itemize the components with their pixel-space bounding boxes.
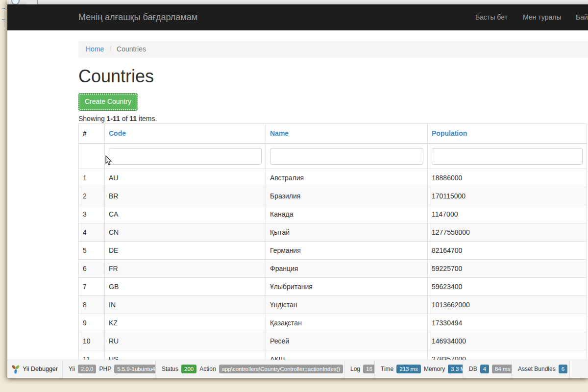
row-index-cell: 3	[79, 205, 105, 223]
summary-suffix: items.	[137, 115, 157, 122]
row-population-cell: 17330494	[428, 314, 587, 332]
breadcrumb-home-link[interactable]: Home	[86, 45, 104, 53]
row-population-cell: 59225700	[428, 259, 587, 277]
action-label: Action	[199, 366, 216, 372]
assets-count-badge: 6	[559, 365, 567, 373]
nav-item-contact[interactable]: Байланыс	[576, 4, 588, 30]
summary-prefix: Showing	[78, 115, 107, 122]
debug-config-section[interactable]: Yii 2.0.0 PHP 5.5.9-1ubuntu4.5	[63, 360, 156, 378]
row-name-cell: Үндістан	[266, 295, 428, 314]
nav-item-about[interactable]: Мен туралы	[523, 4, 561, 30]
status-label: Status	[162, 366, 178, 372]
navbar: Менің алғашқы бағдарламам Басты бет Мен …	[7, 4, 588, 30]
row-name-cell: Қытай	[266, 223, 428, 241]
name-filter-input[interactable]	[270, 148, 423, 165]
php-version-badge: 5.5.9-1ubuntu4.5	[114, 365, 156, 373]
create-country-button[interactable]: Create Country	[78, 94, 138, 110]
time-label: Time	[381, 366, 393, 372]
status-badge: 200	[181, 365, 196, 373]
nav-item-home[interactable]: Басты бет	[475, 4, 508, 30]
row-index-cell: 5	[79, 241, 105, 259]
row-index-cell: 2	[79, 187, 105, 205]
memory-label: Memory	[424, 366, 445, 372]
db-count-badge: 4	[480, 365, 489, 373]
row-index-cell: 4	[79, 223, 105, 241]
db-label: DB	[469, 366, 477, 372]
assets-label: Asset Bundles	[518, 366, 556, 372]
debug-empty-section	[570, 360, 588, 378]
breadcrumb: Home / Countries	[78, 41, 588, 58]
screen: ~ ~ Менің алғашқы бағдарламам Басты бет …	[0, 0, 588, 392]
page-title: Countries	[78, 67, 154, 86]
grid-header-row: # Code Name Population	[79, 124, 587, 144]
row-code-cell: AU	[105, 169, 266, 187]
action-badge: app\controllers\CountryController::actio…	[219, 365, 343, 373]
grid-summary: Showing 1-11 of 11 items.	[78, 115, 157, 122]
row-index-cell: 10	[79, 332, 105, 350]
row-code-cell: GB	[105, 277, 266, 295]
debug-request-section[interactable]: Status 200 Action app\controllers\Countr…	[156, 360, 344, 378]
row-code-cell: CA	[105, 205, 266, 223]
memory-badge: 3.3 MB	[448, 365, 463, 373]
time-badge: 213 ms	[396, 365, 421, 373]
row-population-cell: 59623400	[428, 277, 587, 295]
row-code-cell: CN	[105, 223, 266, 241]
table-row[interactable]: 10 RU Ресей 146934000	[79, 332, 587, 350]
row-code-cell: FR	[105, 259, 266, 277]
debug-log-section[interactable]: Log 16	[344, 360, 375, 378]
browser-tab-fragment[interactable]	[26, 0, 38, 4]
row-name-cell: Франция	[266, 259, 428, 277]
browser-chrome-bar	[7, 0, 588, 4]
debug-db-section[interactable]: DB 4 84 ms	[463, 360, 512, 378]
debug-home-section[interactable]: Yii Debugger	[7, 360, 63, 378]
row-name-cell: Ұлыбритания	[266, 277, 428, 295]
debug-profiling-section[interactable]: Time 213 ms Memory 3.3 MB	[375, 360, 463, 378]
summary-range: 1-11	[107, 115, 120, 122]
row-code-cell: RU	[105, 332, 266, 350]
row-population-cell: 170115000	[428, 187, 587, 205]
table-row[interactable]: 9 KZ Қазақстан 17330494	[79, 314, 587, 332]
sort-link-code[interactable]: Code	[109, 129, 126, 137]
summary-middle: of	[120, 115, 129, 122]
row-name-cell: Австралия	[266, 169, 428, 187]
row-code-cell: BR	[105, 187, 266, 205]
breadcrumb-current: Countries	[117, 45, 146, 53]
db-time-badge: 84 ms	[492, 365, 512, 373]
row-index-cell: 1	[79, 169, 105, 187]
row-population-cell: 1147000	[428, 205, 587, 223]
row-population-cell: 82164700	[428, 241, 587, 259]
row-population-cell: 1277558000	[428, 223, 587, 241]
row-code-cell: IN	[105, 295, 266, 314]
yii-version-badge: 2.0.0	[78, 365, 97, 373]
table-row[interactable]: 7 GB Ұлыбритания 59623400	[79, 277, 587, 295]
table-row[interactable]: 3 CA Канада 1147000	[79, 205, 587, 223]
row-index-cell: 7	[79, 277, 105, 295]
table-row[interactable]: 2 BR Бразилия 170115000	[79, 187, 587, 205]
sort-link-name[interactable]: Name	[270, 129, 289, 137]
debug-assets-section[interactable]: Asset Bundles 6	[512, 360, 570, 378]
browser-window: Менің алғашқы бағдарламам Басты бет Мен …	[7, 0, 588, 378]
summary-total: 11	[129, 115, 137, 122]
table-row[interactable]: 8 IN Үндістан 1013662000	[79, 295, 587, 314]
population-filter-input[interactable]	[432, 148, 583, 165]
row-population-cell: 146934000	[428, 332, 587, 350]
code-filter-input[interactable]	[109, 148, 262, 165]
row-name-cell: Бразилия	[266, 187, 428, 205]
row-population-cell: 1013662000	[428, 295, 587, 314]
row-name-cell: Ресей	[266, 332, 428, 350]
navbar-brand[interactable]: Менің алғашқы бағдарламам	[78, 4, 197, 30]
sort-link-population[interactable]: Population	[432, 129, 467, 137]
table-row[interactable]: 6 FR Франция 59225700	[79, 259, 587, 277]
table-row[interactable]: 5 DE Германия 82164700	[79, 241, 587, 259]
countries-grid: # Code Name Population 1 AU	[78, 123, 587, 368]
php-label: PHP	[99, 366, 111, 372]
debugger-title: Yii Debugger	[23, 366, 58, 372]
yii-debug-toolbar: Yii Debugger Yii 2.0.0 PHP 5.5.9-1ubuntu…	[7, 360, 588, 378]
row-code-cell: KZ	[105, 314, 266, 332]
table-row[interactable]: 4 CN Қытай 1277558000	[79, 223, 587, 241]
yii-logo-icon	[12, 362, 20, 376]
row-name-cell: Қазақстан	[266, 314, 428, 332]
row-index-cell: 6	[79, 259, 105, 277]
table-row[interactable]: 1 AU Австралия 18886000	[79, 169, 587, 187]
row-name-cell: Канада	[266, 205, 428, 223]
